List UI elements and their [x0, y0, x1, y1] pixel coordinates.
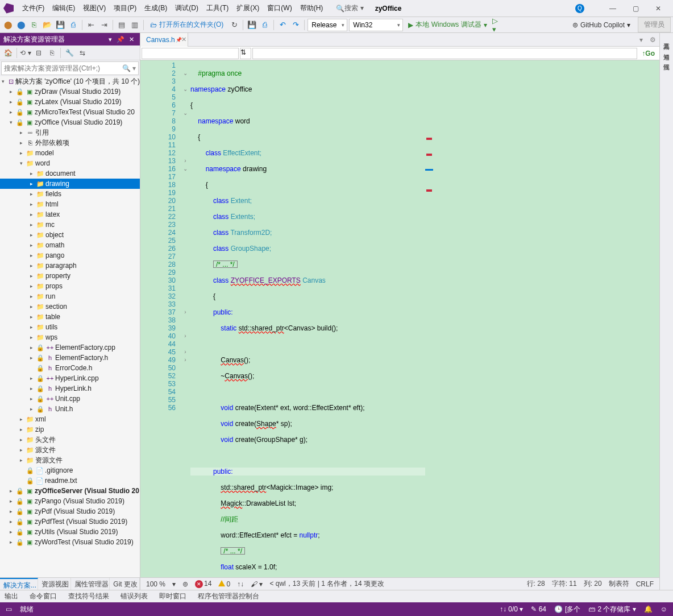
lineending[interactable]: CRLF [636, 580, 654, 588]
sidebar-tab-solution[interactable]: 解决方案... [0, 578, 38, 590]
copilot-button[interactable]: ⊚ GitHub Copilot ▾ [572, 21, 630, 29]
menu-debug[interactable]: 调试(D) [171, 1, 202, 15]
redo-icon[interactable]: ↷ [290, 19, 301, 31]
close-button[interactable]: ✕ [647, 1, 670, 16]
sync-icon[interactable]: ⟲ ▾ [20, 47, 31, 59]
zoom-level[interactable]: 100 % [146, 580, 165, 588]
code-content[interactable]: #pragma once namespace zyOffice { namesp… [190, 60, 425, 577]
minimize-button[interactable]: — [601, 1, 624, 16]
menu-edit[interactable]: 编辑(E) [48, 1, 79, 15]
saveall2-icon[interactable]: ⎙ [259, 19, 271, 31]
menu-extensions[interactable]: 扩展(X) [232, 1, 263, 15]
preview-icon[interactable]: ⇆ [77, 47, 88, 59]
marker-bar[interactable] [425, 60, 660, 577]
scope-find[interactable]: 查找符号结果 [68, 592, 109, 601]
sidebar-search[interactable]: 🔍 ▾ [1, 61, 139, 75]
saveall-icon[interactable]: ⎙ [68, 19, 79, 31]
close-panel-icon[interactable]: ✕ [129, 36, 134, 43]
nav-back-icon[interactable]: ⬤ [2, 19, 14, 31]
tab-close-icon[interactable]: ✕ [179, 36, 189, 43]
config-combo[interactable]: Release [308, 19, 347, 31]
bottom-scope-tabs: 输出 命令窗口 查找符号结果 错误列表 即时窗口 程序包管理器控制台 [0, 590, 673, 602]
blame-info[interactable]: < qwl，13 天前 | 1 名作者，14 项更改 [269, 579, 384, 589]
nav-scope-combo[interactable] [142, 48, 239, 59]
tab-overflow-icon[interactable]: ▾ [636, 36, 646, 44]
scope-output[interactable]: 输出 [5, 592, 18, 601]
properties-icon[interactable]: 🔧 [64, 47, 75, 59]
main-toolbar: ⬤ ⬤ ⎘ 📂 💾 ⎙ ⇤ ⇥ ▤ ▥ 🗁 打开所在的文件夹(O) ↻ 💾 ⎙ … [0, 17, 673, 33]
nav-member-combo[interactable] [252, 48, 637, 59]
maximize-button[interactable]: ▢ [624, 1, 647, 16]
properties-tab[interactable]: 属性 [661, 56, 672, 63]
editor-tab[interactable]: Canvas.h📌✕ [140, 33, 188, 47]
undo-icon[interactable]: ↶ [277, 19, 288, 31]
sidebar-tab-git[interactable]: Git 更改 [110, 578, 140, 590]
notifications-tab[interactable]: 通知 [661, 46, 672, 52]
code-editor[interactable]: 1234567891011121316171819202122232425262… [140, 60, 659, 577]
menu-window[interactable]: 窗口(W) [263, 1, 296, 15]
solution-tree[interactable]: ▾⊡解决方案 'zyOffice' (10 个项目，共 10 个) ▸🔒▣zyD… [0, 76, 140, 577]
menu-file[interactable]: 文件(F) [18, 1, 48, 15]
refresh-icon[interactable]: ↻ [229, 19, 240, 31]
menu-view[interactable]: 视图(V) [79, 1, 110, 15]
sidebar-tab-resource[interactable]: 资源视图 [38, 578, 71, 590]
comment-icon[interactable]: ▤ [116, 19, 127, 31]
open-icon[interactable]: 📂 [41, 19, 53, 31]
dropdown-icon[interactable]: ▾ [109, 36, 112, 43]
go-button[interactable]: ↑Go [638, 49, 658, 57]
save-icon[interactable]: 💾 [55, 19, 66, 31]
menu-help[interactable]: 帮助(H) [296, 1, 327, 15]
scope-pkg[interactable]: 程序包管理器控制台 [198, 592, 259, 601]
collapse-icon[interactable]: ⊟ [33, 47, 44, 59]
git-changes[interactable]: ✎ 64 [531, 605, 546, 613]
platform-combo[interactable]: Win32 [349, 19, 403, 31]
line-gutter: 1234567891011121316171819202122232425262… [140, 60, 180, 577]
nav-split-combo[interactable]: ⇅ [240, 48, 251, 59]
git-branch[interactable]: 🕒 [多个 [554, 605, 580, 614]
editor-statusbar: 100 %▾ ⊚ ✕14 0 ↑↓ 🖌 ▾ < qwl，13 天前 | 1 名作… [140, 577, 659, 590]
scope-in-icon[interactable]: ⇤ [85, 19, 97, 31]
play-outline-icon[interactable]: ▷ ▾ [492, 19, 504, 31]
app-title: zyOffice [375, 5, 402, 13]
start-debug-button[interactable]: ▶ 本地 Windows 调试器 ▾ [408, 20, 487, 30]
right-sidecol: 工具箱 通知 属性 [659, 33, 673, 590]
save2-icon[interactable]: 💾 [246, 19, 257, 31]
editor-tabbar: Canvas.h📌✕ ▾ ⚙ [140, 33, 659, 47]
brush-icon[interactable]: 🖌 ▾ [251, 580, 263, 588]
editor-area: Canvas.h📌✕ ▾ ⚙ ⇅ ↑Go 1234567891011121316… [140, 33, 659, 590]
nav-fwd-icon[interactable]: ⬤ [15, 19, 27, 31]
menu-build[interactable]: 生成(B) [140, 1, 171, 15]
ai-icon[interactable]: ⊚ [182, 580, 188, 588]
search-box[interactable]: 🔍 搜索 ▾ [336, 3, 363, 13]
open-folder-button[interactable]: 🗁 打开所在的文件夹(O) [150, 20, 223, 30]
feedback-icon[interactable]: ☺ [660, 605, 667, 613]
tab-mode[interactable]: 制表符 [609, 579, 629, 589]
menu-project[interactable]: 项目(P) [110, 1, 140, 15]
tree-selected[interactable]: ▸📁drawing [0, 179, 140, 189]
sidebar-tab-props[interactable]: 属性管理器 [71, 578, 110, 590]
account-icon[interactable]: Q [575, 4, 584, 13]
pin-icon[interactable]: 📌 [117, 36, 124, 43]
sidebar-titlebar: 解决方案资源管理器 ▾ 📌 ✕ [0, 33, 140, 46]
git-repos[interactable]: 🗃 2 个存储库 ▾ [588, 605, 635, 614]
bell-icon[interactable]: 🔔 [644, 605, 653, 613]
warn-count[interactable]: 0 [218, 580, 230, 588]
fold-column[interactable]: ⌄⌄⌄›⌄›››› [180, 60, 190, 577]
home-icon[interactable]: 🏠 [2, 47, 14, 59]
tab-settings-icon[interactable]: ⚙ [646, 36, 659, 44]
scope-immediate[interactable]: 即时窗口 [159, 592, 186, 601]
uncomment-icon[interactable]: ▥ [129, 19, 140, 31]
scope-cmd[interactable]: 命令窗口 [30, 592, 57, 601]
output-icon[interactable]: ▭ [6, 605, 12, 613]
scope-out-icon[interactable]: ⇥ [98, 19, 110, 31]
sidebar-search-input[interactable] [2, 64, 120, 72]
menu-tools[interactable]: 工具(T) [202, 1, 232, 15]
ready-label: 就绪 [20, 605, 34, 614]
sidebar-toolbar: 🏠 ⟲ ▾ ⊟ ⎘ 🔧 ⇆ [0, 46, 140, 60]
showall-icon[interactable]: ⎘ [46, 47, 57, 59]
error-count[interactable]: ✕14 [195, 580, 211, 588]
scope-errors[interactable]: 错误列表 [121, 592, 148, 601]
new-icon[interactable]: ⎘ [28, 19, 40, 31]
toolbox-tab[interactable]: 工具箱 [661, 35, 672, 42]
git-sync[interactable]: ↑↓ 0/0 ▾ [500, 605, 523, 613]
